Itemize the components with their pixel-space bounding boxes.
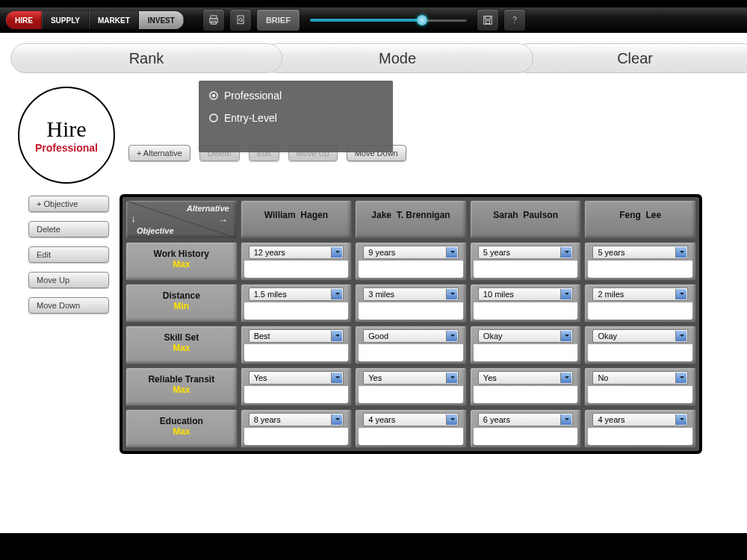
value-cell: 3 miles <box>355 284 467 323</box>
svg-rect-3 <box>238 16 244 24</box>
alternative-header[interactable]: Feng Lee <box>584 200 696 239</box>
value-cell: Good <box>355 326 467 364</box>
value-dropdown[interactable]: 4 years <box>592 413 688 426</box>
value-dropdown[interactable]: 3 miles <box>363 287 459 301</box>
option-entry-level[interactable]: Entry-Level <box>209 112 382 124</box>
value-cell: 4 years <box>584 409 696 448</box>
option-entry-label: Entry-Level <box>224 112 277 124</box>
decision-table: Alternative→Objective→William HagenJake … <box>120 194 702 454</box>
tab-hire[interactable]: HIRE <box>6 11 42 29</box>
value-dropdown[interactable]: No <box>592 371 688 385</box>
movedown-objective-button[interactable]: Move Down <box>28 297 109 314</box>
alternative-header[interactable]: Sarah Paulson <box>470 200 582 239</box>
value-cell: 4 years <box>355 409 467 448</box>
arrow-down-icon: → <box>128 214 140 224</box>
value-cell: Yes <box>470 367 582 406</box>
tab-market[interactable]: MARKET <box>89 11 139 29</box>
delete-objective-button[interactable]: Delete <box>28 221 109 237</box>
add-objective-button[interactable]: + Objective <box>28 196 109 212</box>
value-cell: 5 years <box>584 242 696 281</box>
hire-badge: Hire Professional <box>18 87 115 184</box>
corner-cell: Alternative→Objective→ <box>125 200 238 239</box>
svg-rect-8 <box>486 21 489 24</box>
value-dropdown[interactable]: Yes <box>249 371 344 385</box>
value-cell: Yes <box>355 367 467 406</box>
tab-invest[interactable]: INVEST <box>139 11 184 29</box>
help-icon[interactable] <box>504 10 525 31</box>
value-dropdown[interactable]: 5 years <box>592 246 688 259</box>
wizard-clear[interactable]: Clear <box>512 43 747 73</box>
objective-header[interactable]: Reliable TransitMax <box>125 367 238 406</box>
alternative-header[interactable]: Jake T. Brennigan <box>355 200 467 239</box>
alternative-header[interactable]: William Hagen <box>241 200 353 239</box>
arrow-right-icon: → <box>218 214 228 225</box>
value-dropdown[interactable]: 4 years <box>363 413 459 426</box>
value-cell: Best <box>241 326 353 364</box>
value-cell: No <box>584 367 696 406</box>
hire-title: Hire <box>46 116 86 142</box>
brief-button[interactable]: BRIEF <box>257 10 300 31</box>
value-dropdown[interactable]: 5 years <box>478 246 574 259</box>
edit-objective-button[interactable]: Edit <box>28 246 109 263</box>
value-dropdown[interactable]: Okay <box>592 329 688 343</box>
value-dropdown[interactable]: 2 miles <box>592 287 688 301</box>
bottom-strip <box>0 533 747 560</box>
value-dropdown[interactable]: Okay <box>478 329 574 343</box>
hire-type-popup: Professional Entry-Level <box>199 81 393 152</box>
print-icon[interactable] <box>203 10 224 31</box>
objective-header[interactable]: Work HistoryMax <box>125 242 238 281</box>
value-dropdown[interactable]: Yes <box>478 371 574 385</box>
objective-header[interactable]: EducationMax <box>125 409 238 448</box>
objective-header[interactable]: DistanceMin <box>125 284 238 323</box>
svg-rect-7 <box>486 16 491 19</box>
top-toolbar: HIRE SUPPLY MARKET INVEST BRIEF <box>0 0 747 33</box>
mode-tabs: HIRE SUPPLY MARKET INVEST <box>6 11 184 29</box>
search-doc-icon[interactable] <box>230 10 251 31</box>
value-dropdown[interactable]: 8 years <box>249 413 344 426</box>
value-dropdown[interactable]: 1.5 miles <box>249 287 344 301</box>
value-dropdown[interactable]: 9 years <box>363 246 459 259</box>
value-cell: Yes <box>241 367 353 406</box>
svg-rect-0 <box>211 16 217 19</box>
moveup-objective-button[interactable]: Move Up <box>28 272 109 288</box>
add-alternative-button[interactable]: + Alternative <box>128 145 190 161</box>
value-cell: 5 years <box>470 242 582 281</box>
value-cell: Okay <box>470 326 582 364</box>
objective-header[interactable]: Skill SetMax <box>125 326 238 364</box>
value-dropdown[interactable]: 6 years <box>478 413 574 426</box>
save-icon[interactable] <box>477 10 498 31</box>
hire-subtitle: Professional <box>35 142 98 154</box>
value-dropdown[interactable]: Yes <box>363 371 459 385</box>
radio-icon <box>209 91 218 100</box>
value-cell: 10 miles <box>470 284 582 323</box>
value-dropdown[interactable]: 12 years <box>249 246 344 259</box>
zoom-slider[interactable] <box>310 10 467 31</box>
option-professional[interactable]: Professional <box>209 90 382 102</box>
value-cell: 1.5 miles <box>241 284 353 323</box>
value-cell: Okay <box>584 326 696 364</box>
option-professional-label: Professional <box>224 90 282 102</box>
value-cell: 2 miles <box>584 284 696 323</box>
value-cell: 9 years <box>355 242 467 281</box>
svg-point-9 <box>514 22 515 23</box>
corner-obj-label: Objective <box>137 226 174 235</box>
wizard-steps: Rank Mode Clear <box>10 43 737 73</box>
wizard-mode[interactable]: Mode <box>261 43 533 73</box>
value-cell: 12 years <box>241 242 353 281</box>
wizard-rank[interactable]: Rank <box>10 43 282 73</box>
corner-alt-label: Alternative <box>187 204 229 213</box>
value-cell: 8 years <box>241 409 353 448</box>
value-cell: 6 years <box>470 409 582 448</box>
value-dropdown[interactable]: Good <box>363 329 459 343</box>
radio-icon <box>209 113 218 122</box>
value-dropdown[interactable]: 10 miles <box>478 287 574 301</box>
value-dropdown[interactable]: Best <box>249 329 344 343</box>
objective-buttons: + Objective Delete Edit Move Up Move Dow… <box>28 194 109 454</box>
tab-supply[interactable]: SUPPLY <box>42 11 89 29</box>
svg-line-5 <box>241 21 243 22</box>
